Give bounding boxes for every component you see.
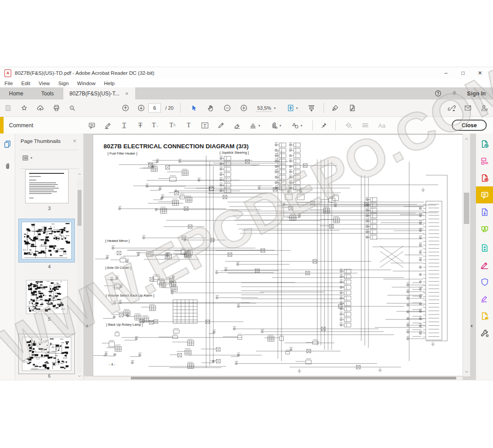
vertical-scroll-thumb[interactable] xyxy=(464,193,469,224)
underline-text-button[interactable]: T xyxy=(122,122,126,129)
scroll-down-button[interactable] xyxy=(464,367,469,375)
strikethrough-text-button[interactable]: T xyxy=(138,122,143,129)
thumbnail-scroll-thumb[interactable] xyxy=(78,190,82,226)
tool-comment-active[interactable] xyxy=(476,186,493,203)
star-button[interactable] xyxy=(21,104,28,112)
erase-button[interactable] xyxy=(233,121,241,129)
save-button[interactable] xyxy=(4,104,12,112)
menu-window[interactable]: Window xyxy=(77,81,95,86)
close-comment-button[interactable]: Close xyxy=(452,120,487,131)
zoom-in-button[interactable] xyxy=(240,104,248,112)
menu-edit[interactable]: Edit xyxy=(22,81,30,86)
menu-bar: File Edit View Sign Window Help xyxy=(0,79,493,87)
sign-in-button[interactable]: Sign In xyxy=(467,90,486,97)
thumbnail-page-4-selected[interactable] xyxy=(18,219,75,263)
menu-file[interactable]: File xyxy=(4,81,13,86)
tool-request-signatures[interactable] xyxy=(476,307,493,324)
zoom-level-select[interactable]: 53,5% xyxy=(256,104,276,112)
tool-protect[interactable] xyxy=(476,273,493,290)
horizontal-scrollbar[interactable] xyxy=(84,376,463,380)
fit-width-icon xyxy=(307,104,316,112)
title-bar: A 80Z7B(F&S)(US)-TD.pdf - Adobe Acrobat … xyxy=(0,67,493,79)
close-thumbnail-panel-button[interactable] xyxy=(72,138,77,143)
insert-text-button[interactable]: T^ xyxy=(169,122,176,129)
help-button[interactable] xyxy=(434,90,442,97)
pdf-page[interactable]: 80Z7B ELECTRICAL CONNECTION DIAGRAM (3/3… xyxy=(93,134,463,376)
attachments-rail-button[interactable] xyxy=(4,162,12,170)
vertical-scrollbar[interactable] xyxy=(463,134,470,376)
note-to-replace-text-button[interactable]: T﹅ xyxy=(152,122,161,129)
print-button[interactable] xyxy=(52,104,61,112)
diagram-section-label: [ Joystick Steering ] xyxy=(220,151,249,155)
minimize-button[interactable]: – xyxy=(437,70,454,76)
hand-tool-button[interactable] xyxy=(207,104,215,112)
share-people-button[interactable] xyxy=(480,104,489,112)
thumbnail-scrollbar[interactable] xyxy=(77,177,82,373)
tool-more-tools[interactable] xyxy=(476,324,493,341)
thumbnail-scroll-down[interactable] xyxy=(77,373,82,379)
line-thickness-button[interactable] xyxy=(361,121,369,129)
menu-view[interactable]: View xyxy=(39,81,50,86)
thumbnail-page-3[interactable] xyxy=(25,169,69,203)
diagram-page-number: - 4 - xyxy=(109,362,116,366)
keep-tool-selected-button[interactable] xyxy=(320,122,328,129)
scroll-up-button[interactable] xyxy=(464,134,469,142)
share-cloud-button[interactable] xyxy=(36,104,44,112)
thumbnail-label-4: 4 xyxy=(15,264,83,269)
tool-create-pdf[interactable] xyxy=(476,169,493,186)
stamp-button[interactable] xyxy=(249,121,260,129)
tool-organize-pages[interactable] xyxy=(476,220,493,237)
text-properties-button[interactable]: Aa xyxy=(378,122,385,129)
thumbnail-scroll-up[interactable] xyxy=(77,171,82,177)
share-link-button[interactable] xyxy=(448,104,456,112)
tab-tools[interactable]: Tools xyxy=(32,87,63,99)
shapes-button[interactable] xyxy=(291,121,302,129)
maximize-button[interactable]: □ xyxy=(454,70,471,76)
fit-page-icon xyxy=(286,104,294,112)
sticky-note-button[interactable] xyxy=(88,121,96,129)
fit-width-button[interactable] xyxy=(307,104,316,112)
zoom-out-button[interactable] xyxy=(223,104,231,112)
fit-page-button[interactable] xyxy=(286,104,298,112)
thumbnail-label-5: 5 xyxy=(15,316,83,322)
text-box-button[interactable]: T xyxy=(202,123,208,129)
sticky-note-icon xyxy=(88,121,96,129)
fill-color-button[interactable] xyxy=(345,121,353,129)
sign-tool-button[interactable] xyxy=(331,104,339,112)
highlight-button[interactable] xyxy=(104,121,112,129)
tool-export-pdf[interactable] xyxy=(476,135,493,152)
collapse-left-panel-button[interactable] xyxy=(84,322,90,330)
horizontal-scroll-thumb[interactable] xyxy=(131,377,456,379)
draw-button[interactable] xyxy=(217,121,225,129)
page-thumbnails-rail-button[interactable] xyxy=(3,140,12,148)
thumbnail-page-6-current[interactable] xyxy=(18,334,75,374)
tab-close-icon[interactable] xyxy=(125,91,129,96)
thumbnail-page-5[interactable] xyxy=(26,280,68,314)
edit-pdf-icon xyxy=(480,260,489,270)
next-page-button[interactable] xyxy=(137,104,145,112)
collapse-right-pane-button[interactable] xyxy=(469,322,475,330)
email-button[interactable] xyxy=(464,104,472,112)
menu-sign[interactable]: Sign xyxy=(58,81,69,86)
tab-document[interactable]: 80Z7B(F&S)(US)-T... xyxy=(63,87,136,99)
previous-page-button[interactable] xyxy=(121,104,130,112)
tool-edit-pdf[interactable] xyxy=(476,256,493,273)
select-tool-button[interactable] xyxy=(190,104,198,112)
close-window-button[interactable]: ✕ xyxy=(471,70,489,76)
notifications-button[interactable] xyxy=(451,90,458,97)
tool-compress-pdf[interactable] xyxy=(476,239,493,256)
find-button[interactable] xyxy=(69,104,76,112)
add-text-button[interactable]: T xyxy=(187,122,191,129)
tool-fill-sign[interactable] xyxy=(476,290,493,307)
tab-home[interactable]: Home xyxy=(0,87,32,99)
eraser-icon xyxy=(233,121,241,129)
tool-export-file[interactable] xyxy=(476,203,493,220)
menu-help[interactable]: Help xyxy=(104,81,115,86)
page-number-input[interactable]: 6 xyxy=(148,103,161,113)
wrench-plus-icon xyxy=(480,328,489,338)
thumbnail-options-button[interactable] xyxy=(22,154,32,162)
tool-combine-files[interactable] xyxy=(476,152,493,169)
fill-sign-button[interactable] xyxy=(348,104,356,112)
line-weight-icon xyxy=(361,121,369,129)
attach-button[interactable] xyxy=(270,121,281,129)
